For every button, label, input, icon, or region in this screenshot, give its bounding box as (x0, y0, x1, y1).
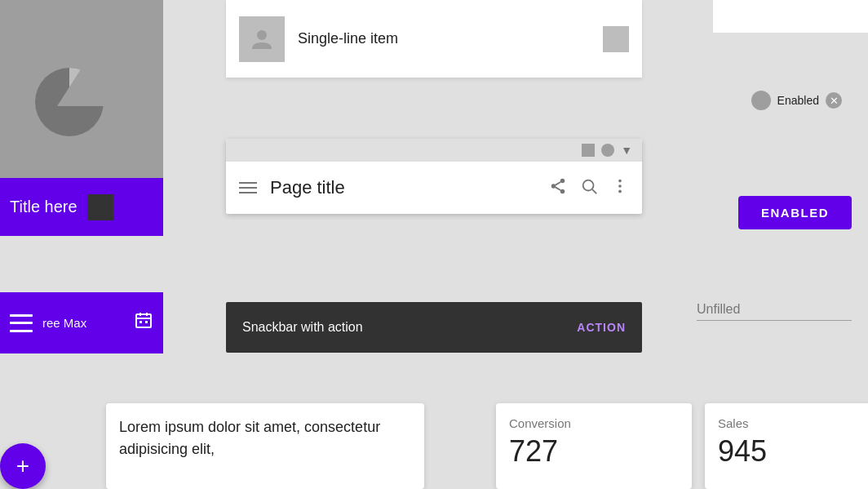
sales-label: Sales (718, 416, 749, 430)
bottom-card-left: Lorem ipsum dolor sit amet, consectetur … (106, 403, 424, 489)
svg-line-15 (556, 181, 560, 184)
enabled-chip[interactable]: Enabled ✕ (742, 86, 852, 115)
svg-point-18 (618, 179, 622, 182)
svg-line-14 (556, 187, 560, 190)
list-item-card: Single-line item (226, 0, 642, 78)
window-circle-btn[interactable] (601, 144, 614, 157)
menu-icon (10, 314, 33, 332)
title-text: Title here (10, 198, 78, 216)
snackbar: Snackbar with action ACTION (226, 302, 642, 353)
svg-rect-7 (140, 321, 142, 323)
fab-button[interactable]: + (0, 443, 46, 489)
search-icon[interactable] (580, 177, 598, 199)
svg-rect-3 (136, 314, 151, 327)
enabled-filled-button[interactable]: ENABLED (738, 196, 852, 229)
avatar-icon (247, 24, 277, 54)
share-icon[interactable] (549, 177, 567, 199)
logo-area (0, 0, 163, 180)
conversion-label: Conversion (509, 416, 571, 430)
card-left-text: Lorem ipsum dolor sit amet, consectetur … (119, 419, 380, 457)
svg-point-11 (560, 178, 565, 183)
calendar-icon (134, 311, 153, 335)
purple-menu-bar[interactable]: ree Max (0, 292, 163, 353)
svg-point-12 (551, 184, 556, 189)
chip-icon (751, 91, 771, 110)
sales-value: 945 (718, 434, 855, 469)
menu-label: ree Max (42, 316, 86, 330)
app-bar-content: Page title (226, 162, 642, 214)
logo-icon (24, 33, 139, 147)
svg-point-19 (618, 184, 622, 188)
svg-point-16 (583, 180, 594, 190)
chip-label: Enabled (777, 94, 819, 107)
fab-plus-icon: + (16, 453, 29, 479)
svg-point-20 (618, 189, 622, 193)
app-bar-actions (549, 177, 629, 199)
window-square-btn[interactable] (582, 144, 595, 157)
svg-line-17 (592, 189, 596, 193)
snackbar-action-button[interactable]: ACTION (577, 321, 626, 334)
more-icon[interactable] (611, 177, 629, 199)
svg-point-10 (257, 30, 267, 40)
window-chevron-btn[interactable]: ▼ (621, 144, 632, 157)
svg-rect-8 (145, 321, 148, 323)
hamburger-icon[interactable] (239, 182, 257, 193)
conversion-value: 727 (509, 434, 679, 469)
unfilled-input-container: Unfilled (697, 302, 852, 321)
app-bar-title: Page title (270, 177, 536, 198)
svg-point-13 (560, 189, 565, 193)
chip-close-icon[interactable]: ✕ (826, 92, 842, 109)
list-avatar (239, 16, 285, 62)
app-bar-window-controls: ▼ (226, 139, 642, 162)
app-bar: ▼ Page title (226, 139, 642, 214)
snackbar-text: Snackbar with action (242, 320, 577, 335)
bottom-card-conversion: Conversion 727 (496, 403, 692, 489)
title-bar: Title here (0, 178, 163, 236)
bottom-card-sales: Sales 945 (705, 403, 868, 489)
list-item-text: Single-line item (298, 30, 590, 47)
list-action-icon[interactable] (603, 26, 629, 52)
unfilled-input-value[interactable]: Unfilled (697, 302, 740, 316)
right-top-input (713, 0, 868, 33)
title-icon (87, 194, 113, 220)
